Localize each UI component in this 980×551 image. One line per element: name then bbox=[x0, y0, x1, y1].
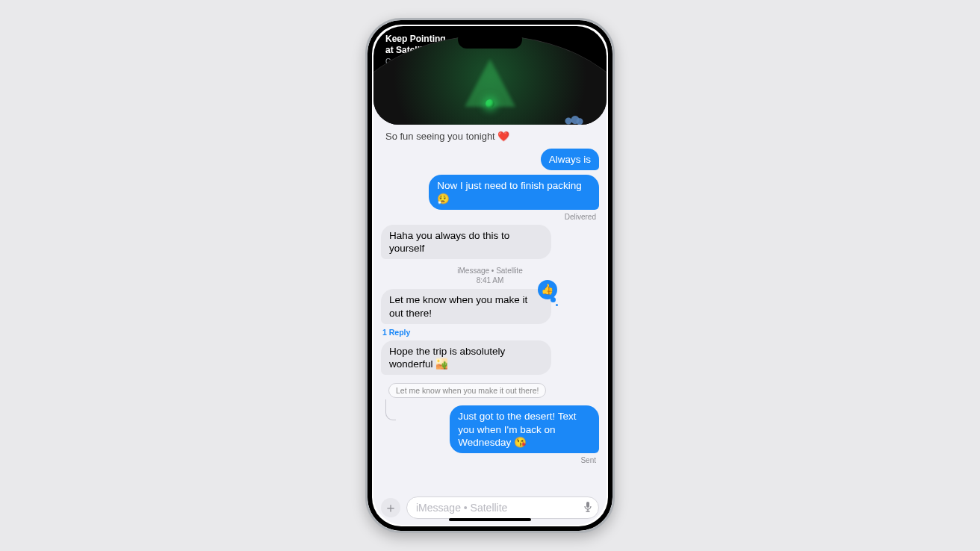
message-peek: So fun seeing you tonight ❤️ bbox=[381, 129, 599, 146]
reply-count-link[interactable]: 1 Reply bbox=[381, 326, 599, 338]
message-input[interactable]: iMessage • Satellite bbox=[406, 496, 599, 519]
message-bubble-incoming[interactable]: Let me know when you make it out there! … bbox=[381, 289, 551, 324]
message-row[interactable]: Just got to the desert! Text you when I'… bbox=[408, 405, 599, 453]
screen: Keep Pointing at Satellite Connected So … bbox=[373, 26, 607, 525]
message-row[interactable]: Let me know when you make it out there! … bbox=[381, 289, 599, 324]
add-attachment-button[interactable]: ＋ bbox=[381, 498, 400, 517]
message-row[interactable]: Always is bbox=[381, 149, 599, 170]
message-row[interactable]: Haha you always do this to yourself bbox=[381, 225, 599, 260]
reply-connector-icon bbox=[385, 399, 396, 420]
message-row[interactable]: Hope the trip is absolutely wonderful 🏜️ bbox=[381, 340, 599, 376]
message-row[interactable]: Now I just need to finish packing 😮‍💨 bbox=[381, 175, 599, 210]
reply-thread: Let me know when you make it out there! … bbox=[381, 383, 599, 455]
delivery-status: Sent bbox=[381, 455, 599, 466]
message-text: Let me know when you make it out there! bbox=[389, 294, 527, 318]
satellite-banner[interactable]: Keep Pointing at Satellite Connected bbox=[373, 26, 607, 125]
message-bubble-outgoing[interactable]: Just got to the desert! Text you when I'… bbox=[450, 405, 599, 453]
message-bubble-incoming[interactable]: Hope the trip is absolutely wonderful 🏜️ bbox=[381, 340, 551, 376]
message-bubble-incoming[interactable]: Haha you always do this to yourself bbox=[381, 225, 551, 260]
delivery-status: Delivered bbox=[381, 212, 599, 222]
quoted-message[interactable]: Let me know when you make it out there! bbox=[388, 383, 546, 398]
message-input-placeholder: iMessage • Satellite bbox=[416, 502, 507, 514]
message-bubble-outgoing[interactable]: Always is bbox=[541, 149, 599, 170]
home-indicator[interactable] bbox=[449, 518, 531, 521]
tapback-thumbs-up-icon[interactable]: 👍 bbox=[538, 280, 557, 299]
divider-line1: iMessage • Satellite bbox=[457, 267, 522, 275]
svg-rect-4 bbox=[586, 502, 589, 508]
cloud-icon bbox=[562, 116, 584, 125]
dictate-icon[interactable] bbox=[583, 501, 592, 515]
divider-line2: 8:41 AM bbox=[477, 276, 504, 284]
dynamic-island bbox=[458, 31, 522, 49]
chat-thread[interactable]: So fun seeing you tonight ❤️ Always is N… bbox=[373, 125, 607, 492]
location-dot-icon bbox=[486, 99, 494, 108]
thread-divider: iMessage • Satellite 8:41 AM bbox=[381, 266, 599, 285]
message-bubble-outgoing[interactable]: Now I just need to finish packing 😮‍💨 bbox=[429, 175, 599, 210]
iphone-frame: Keep Pointing at Satellite Connected So … bbox=[365, 18, 615, 533]
